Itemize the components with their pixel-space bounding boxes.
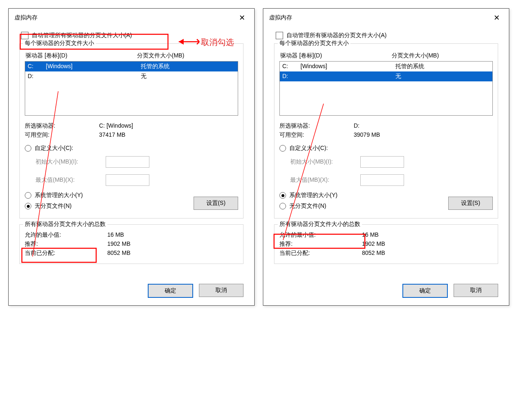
drive-row[interactable]: C: [Windows] 托管的系统: [280, 62, 492, 71]
drive-row[interactable]: D: 无: [280, 71, 492, 81]
min-value: 16 MB: [107, 231, 124, 239]
cur-label: 当前已分配:: [25, 250, 107, 257]
close-icon[interactable]: ✕: [234, 13, 250, 22]
free-space-value: 39079 MB: [354, 131, 380, 139]
drives-group-label: 每个驱动器的分页文件大小: [278, 40, 350, 47]
col-drive: 驱动器 [卷标](D): [26, 52, 137, 59]
radio-custom[interactable]: 自定义大小(C):: [279, 143, 493, 154]
totals-group-label: 所有驱动器分页文件大小的总数: [278, 221, 362, 228]
auto-manage-label: 自动管理所有驱动器的分页文件大小(A): [286, 32, 387, 39]
cur-label: 当前已分配:: [279, 250, 362, 257]
max-size-input[interactable]: [360, 174, 404, 186]
radio-icon[interactable]: [279, 203, 286, 209]
drives-list[interactable]: C: [Windows] 托管的系统 D: 无: [25, 61, 238, 116]
drives-group: 每个驱动器的分页文件大小 驱动器 [卷标](D) 分页文件大小(MB) C: […: [274, 43, 498, 219]
selected-drive-label: 所选驱动器:: [279, 122, 354, 130]
totals-group: 所有驱动器分页文件大小的总数 允许的最小值:16 MB 推荐:1902 MB 当…: [19, 224, 244, 264]
max-size-input[interactable]: [106, 174, 149, 186]
min-label: 允许的最小值:: [25, 231, 107, 239]
free-space-label: 可用空间:: [25, 131, 99, 139]
auto-manage-label: 自动管理所有驱动器的分页文件大小(A): [32, 32, 132, 39]
init-size-input[interactable]: [106, 156, 149, 168]
rec-label: 推荐:: [279, 240, 362, 248]
cur-value: 8052 MB: [107, 250, 130, 257]
init-size-label: 初始大小(MB)(I):: [290, 158, 360, 166]
cur-value: 8052 MB: [362, 250, 385, 257]
selected-drive-value: C: [Windows]: [99, 122, 133, 130]
auto-manage-checkbox[interactable]: [276, 32, 283, 39]
col-size: 分页文件大小(MB): [392, 52, 439, 59]
col-size: 分页文件大小(MB): [137, 52, 184, 59]
drives-group-label: 每个驱动器的分页文件大小: [23, 40, 96, 47]
free-space-value: 37417 MB: [99, 131, 125, 139]
selected-drive-label: 所选驱动器:: [25, 122, 99, 130]
cancel-button[interactable]: 取消: [199, 284, 244, 297]
close-icon[interactable]: ✕: [488, 13, 505, 22]
rec-label: 推荐:: [25, 240, 107, 248]
drives-header: 驱动器 [卷标](D) 分页文件大小(MB): [279, 50, 493, 61]
radio-custom[interactable]: 自定义大小(C):: [25, 143, 238, 154]
set-button[interactable]: 设置(S): [448, 197, 493, 210]
init-size-input[interactable]: [360, 156, 404, 168]
min-value: 16 MB: [362, 231, 378, 239]
radio-icon[interactable]: [279, 192, 286, 199]
radio-icon[interactable]: [279, 145, 286, 152]
dialog-virtual-memory-right: 虚拟内存 ✕ 自动管理所有驱动器的分页文件大小(A) 每个驱动器的分页文件大小 …: [263, 8, 509, 306]
init-size-label: 初始大小(MB)(I):: [35, 158, 106, 166]
max-size-label: 最大值(MB)(X):: [35, 176, 106, 184]
cancel-button[interactable]: 取消: [454, 284, 498, 297]
radio-icon[interactable]: [25, 192, 31, 199]
dialog-title: 虚拟内存: [14, 14, 38, 21]
dialog-title: 虚拟内存: [269, 14, 292, 21]
dialog-virtual-memory-left: 虚拟内存 ✕ 自动管理所有驱动器的分页文件大小(A) 每个驱动器的分页文件大小 …: [8, 8, 255, 306]
radio-icon[interactable]: [25, 203, 31, 209]
free-space-label: 可用空间:: [279, 131, 354, 139]
rec-value: 1902 MB: [362, 240, 385, 248]
radio-icon[interactable]: [25, 145, 31, 152]
drive-row[interactable]: C: [Windows] 托管的系统: [25, 62, 238, 71]
rec-value: 1902 MB: [107, 240, 130, 248]
min-label: 允许的最小值:: [279, 231, 362, 239]
drive-row[interactable]: D: 无: [25, 71, 238, 81]
auto-manage-checkbox[interactable]: [21, 32, 28, 39]
drives-group: 每个驱动器的分页文件大小 驱动器 [卷标](D) 分页文件大小(MB) C: […: [19, 43, 244, 219]
totals-group: 所有驱动器分页文件大小的总数 允许的最小值:16 MB 推荐:1902 MB 当…: [274, 224, 498, 264]
col-drive: 驱动器 [卷标](D): [280, 52, 392, 59]
drives-header: 驱动器 [卷标](D) 分页文件大小(MB): [25, 50, 238, 61]
drives-list[interactable]: C: [Windows] 托管的系统 D: 无: [279, 61, 493, 116]
selected-drive-value: D:: [354, 122, 359, 130]
totals-group-label: 所有驱动器分页文件大小的总数: [23, 221, 107, 228]
set-button[interactable]: 设置(S): [194, 197, 238, 210]
max-size-label: 最大值(MB)(X):: [290, 176, 360, 184]
ok-button[interactable]: 确定: [148, 284, 193, 298]
ok-button[interactable]: 确定: [402, 284, 448, 298]
